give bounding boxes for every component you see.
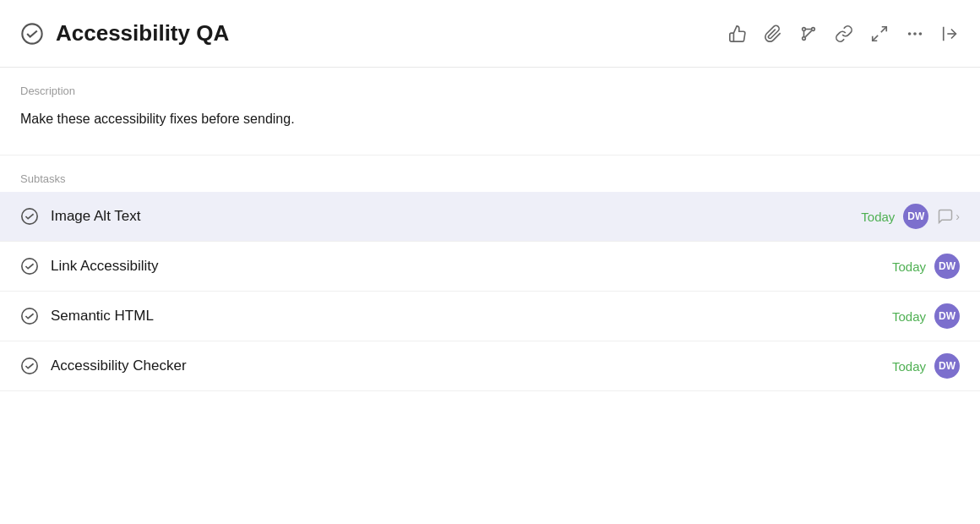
subtask-left: Link Accessibility — [20, 257, 159, 276]
comment-icon — [937, 208, 954, 225]
header-left: Accessibility QA — [20, 20, 229, 46]
comment-arrow[interactable]: › — [937, 208, 960, 225]
svg-point-17 — [22, 358, 37, 374]
subtask-right: Today DW — [892, 254, 960, 279]
subtask-name: Link Accessibility — [51, 258, 159, 275]
description-text: Make these accessibility fixes before se… — [20, 109, 960, 129]
svg-point-10 — [913, 32, 917, 35]
svg-line-6 — [805, 30, 811, 36]
subtask-date: Today — [892, 309, 926, 324]
subtask-date: Today — [861, 210, 895, 224]
avatar: DW — [934, 303, 960, 329]
subtask-right: Today DW — [892, 303, 960, 329]
description-section: Description Make these accessibility fix… — [0, 68, 980, 156]
svg-point-0 — [22, 24, 41, 43]
svg-point-11 — [919, 32, 923, 35]
subtask-row[interactable]: Accessibility Checker Today DW — [0, 341, 980, 391]
subtasks-label: Subtasks — [0, 172, 980, 185]
check-circle-icon — [20, 22, 44, 46]
link-icon[interactable] — [835, 25, 853, 43]
subtask-check-icon — [20, 307, 39, 325]
avatar: DW — [934, 353, 960, 379]
subtask-name: Image Alt Text — [51, 208, 140, 225]
svg-point-1 — [803, 36, 806, 40]
body-content: Description Make these accessibility fix… — [0, 68, 980, 524]
svg-point-9 — [908, 32, 912, 35]
subtask-row[interactable]: Image Alt Text Today DW › — [0, 192, 980, 242]
header-actions — [728, 25, 960, 43]
subtask-name: Accessibility Checker — [51, 358, 187, 374]
subtask-right: Today DW — [892, 353, 960, 379]
subtask-check-icon — [20, 257, 39, 276]
subtask-check-icon — [20, 357, 39, 375]
subtask-date: Today — [892, 359, 926, 374]
page-container: Accessibility QA — [0, 0, 980, 524]
svg-point-3 — [803, 27, 806, 30]
thumbs-up-icon[interactable] — [728, 25, 747, 43]
avatar: DW — [903, 204, 928, 229]
subtask-left: Semantic HTML — [20, 307, 154, 325]
subtask-check-icon — [20, 207, 39, 226]
paperclip-icon[interactable] — [764, 25, 782, 43]
svg-line-8 — [873, 35, 878, 40]
more-options-icon[interactable] — [906, 25, 924, 43]
subtask-left: Image Alt Text — [20, 207, 140, 226]
svg-point-16 — [22, 308, 37, 324]
subtask-left: Accessibility Checker — [20, 357, 187, 375]
expand-icon[interactable] — [870, 25, 889, 43]
svg-point-2 — [812, 27, 815, 30]
avatar: DW — [934, 254, 960, 279]
chevron-right-icon: › — [956, 210, 960, 223]
branch-icon[interactable] — [799, 25, 818, 43]
svg-point-14 — [22, 209, 37, 224]
close-panel-icon[interactable] — [941, 25, 960, 43]
header: Accessibility QA — [0, 0, 980, 68]
page-title: Accessibility QA — [56, 20, 229, 46]
svg-line-7 — [881, 26, 886, 31]
description-label: Description — [20, 85, 960, 97]
subtasks-section: Subtasks Image Alt Text Today DW — [0, 156, 980, 391]
subtask-row[interactable]: Semantic HTML Today DW — [0, 292, 980, 341]
subtask-name: Semantic HTML — [51, 308, 154, 325]
svg-point-15 — [22, 259, 37, 274]
subtask-date: Today — [892, 259, 926, 274]
subtask-row[interactable]: Link Accessibility Today DW — [0, 242, 980, 292]
subtask-right: Today DW › — [861, 204, 960, 229]
